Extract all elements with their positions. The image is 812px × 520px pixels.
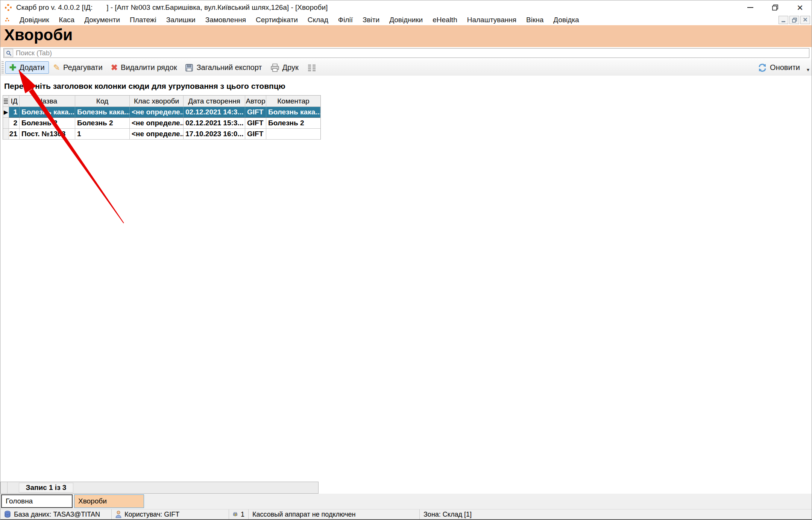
cell-name[interactable]: Пост. №1303: [20, 129, 75, 140]
cell-name[interactable]: Болезнь 2: [20, 118, 75, 129]
menu-sklad[interactable]: Склад: [303, 16, 333, 24]
toolbar-right: Оновити ▾: [754, 62, 812, 74]
row-selector-cell[interactable]: [3, 118, 9, 129]
current-row-pointer-icon: ▶: [4, 109, 8, 115]
search-input[interactable]: [14, 49, 809, 57]
database-label: База даних: TASA3@TITAN: [14, 511, 100, 518]
cell-comment[interactable]: Болезнь кака...: [266, 107, 320, 118]
menu-zamovlennia[interactable]: Замовлення: [200, 16, 251, 24]
window-tabs-row: Головна Хвороби: [0, 494, 812, 509]
toolbar-overflow-caret-icon[interactable]: ▾: [807, 67, 809, 73]
cell-code[interactable]: 1: [75, 129, 130, 140]
mdi-close-button[interactable]: ✕: [800, 16, 810, 24]
column-chooser-button[interactable]: [303, 62, 320, 73]
column-header-created[interactable]: Дата створення: [184, 96, 245, 107]
cell-id[interactable]: 1: [9, 107, 20, 118]
menu-filii[interactable]: Філії: [333, 16, 358, 24]
close-button[interactable]: ✕: [788, 0, 812, 15]
column-header-code[interactable]: Код: [75, 96, 130, 107]
mdi-restore-icon: [792, 18, 797, 23]
statusbar-cash-status: Кассовый аппарат не подключен: [249, 509, 420, 519]
menu-vikna[interactable]: Вікна: [521, 16, 548, 24]
export-button-label: Загальний експорт: [196, 63, 262, 72]
statusbar-device: 1: [229, 509, 249, 519]
grid-options-icon[interactable]: [4, 99, 8, 104]
group-by-hint: Перетягніть заголовок колонки сюди для у…: [0, 76, 812, 91]
print-button-label: Друк: [282, 63, 299, 72]
header-row-selector: [3, 96, 9, 107]
floppy-icon: [185, 64, 193, 72]
menu-dovidnyky[interactable]: Довідники: [384, 16, 428, 24]
add-button[interactable]: ✚ Додати: [5, 61, 49, 74]
cell-class[interactable]: <не определе...: [130, 107, 184, 118]
delete-button-label: Видалити рядок: [121, 63, 177, 72]
user-icon: [115, 511, 121, 518]
cell-name[interactable]: Болезнь кака...: [20, 107, 75, 118]
row-selector-cell[interactable]: ▶: [3, 107, 9, 118]
window-title: Скарб pro v. 4.0.0.2 [ІД: ] - [Апт №003 …: [16, 3, 328, 12]
statusbar-zone: Зона: Склад [1]: [420, 509, 812, 519]
column-header-id[interactable]: ІД: [9, 96, 20, 107]
edit-button-label: Редагувати: [63, 63, 103, 72]
printer-icon: [270, 64, 279, 72]
refresh-button[interactable]: Оновити: [754, 62, 804, 74]
cell-created[interactable]: 02.12.2021 15:3...: [184, 118, 245, 129]
print-button[interactable]: Друк: [267, 62, 302, 73]
menu-dokumenty[interactable]: Документи: [79, 16, 125, 24]
tab-holovna[interactable]: Головна: [1, 494, 73, 508]
toolbar: ✚ Додати ✎ Редагувати ✖ Видалити рядок З…: [0, 59, 812, 76]
menu-platezhi[interactable]: Платежі: [125, 16, 161, 24]
record-status-bar: Запис 1 із 3: [0, 482, 319, 494]
diseases-table: ІД Назва Код Клас хвороби Дата створення…: [3, 95, 321, 140]
record-counter: Запис 1 із 3: [19, 483, 73, 493]
edit-button[interactable]: ✎ Редагувати: [50, 62, 106, 73]
mdi-restore-button[interactable]: [789, 16, 799, 24]
cell-code[interactable]: Болезнь кака...: [75, 107, 130, 118]
delete-x-icon: ✖: [111, 64, 118, 72]
page-header: Хвороби: [0, 25, 812, 47]
restore-button[interactable]: [763, 0, 788, 15]
content-area: Перетягніть заголовок колонки сюди для у…: [0, 76, 812, 482]
menu-dovidka[interactable]: Довідка: [548, 16, 584, 24]
column-header-comment[interactable]: Коментар: [266, 96, 320, 107]
menu-app-icon: [5, 18, 9, 22]
cell-created[interactable]: 02.12.2021 14:3...: [184, 107, 245, 118]
search-box[interactable]: [3, 48, 809, 58]
device-count: 1: [241, 511, 244, 518]
menu-zalyshky[interactable]: Залишки: [161, 16, 200, 24]
cell-id[interactable]: 2: [9, 118, 20, 129]
status-bar: База даних: TASA3@TITAN Користувач: GIFT…: [0, 509, 812, 519]
application-window: Скарб pro v. 4.0.0.2 [ІД: ] - [Апт №003 …: [0, 0, 812, 520]
menu-ehealth[interactable]: eHealth: [428, 16, 462, 24]
cell-comment[interactable]: [266, 129, 320, 140]
menu-dovidnyk[interactable]: Довідник: [15, 16, 54, 24]
minimize-button[interactable]: [738, 0, 763, 15]
menu-kasa[interactable]: Каса: [54, 16, 79, 24]
close-icon: ✕: [797, 4, 803, 12]
column-header-author[interactable]: Автор: [245, 96, 266, 107]
column-header-class[interactable]: Клас хвороби: [130, 96, 184, 107]
search-icon-button[interactable]: [4, 49, 13, 57]
cell-author[interactable]: GIFT: [245, 129, 266, 140]
mdi-minimize-button[interactable]: [779, 16, 788, 24]
cell-code[interactable]: Болезнь 2: [75, 118, 130, 129]
delete-row-button[interactable]: ✖ Видалити рядок: [107, 62, 181, 73]
column-header-name[interactable]: Назва: [20, 96, 75, 107]
menu-zvity[interactable]: Звіти: [358, 16, 384, 24]
export-button[interactable]: Загальний експорт: [181, 62, 266, 73]
row-selector-cell[interactable]: [3, 129, 9, 140]
search-icon: [6, 50, 12, 56]
cell-author[interactable]: GIFT: [245, 107, 266, 118]
cell-id[interactable]: 21: [9, 129, 20, 140]
restore-icon: [772, 4, 779, 11]
cell-class[interactable]: <не определе...: [130, 129, 184, 140]
cell-author[interactable]: GIFT: [245, 118, 266, 129]
menu-sertyfikaty[interactable]: Сертифікати: [251, 16, 303, 24]
cell-created[interactable]: 17.10.2023 16:0...: [184, 129, 245, 140]
toolbar-grip-handle[interactable]: [2, 61, 4, 74]
cell-class[interactable]: <не определе...: [130, 118, 184, 129]
search-row: [0, 47, 812, 59]
menu-nalashtuvannia[interactable]: Налаштування: [462, 16, 521, 24]
cell-comment[interactable]: Болезнь 2: [266, 118, 320, 129]
tab-khvoroby[interactable]: Хвороби: [74, 494, 144, 508]
